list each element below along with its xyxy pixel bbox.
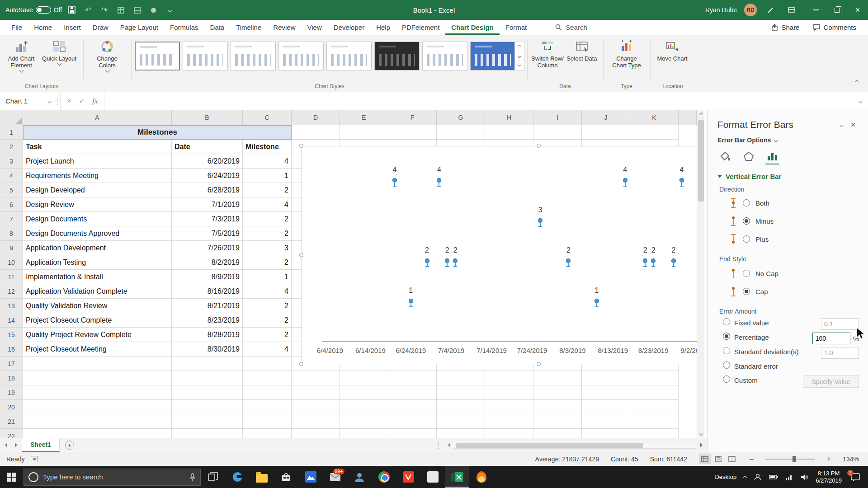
chart-x-axis[interactable] [322,341,697,342]
vertical-scroll-thumb[interactable] [698,120,704,202]
move-chart-button[interactable]: Move Chart [655,37,690,81]
cell[interactable] [437,429,485,438]
chart-point-label[interactable]: 2 [671,246,675,254]
tab-pdfelement[interactable]: PDFelement [396,20,445,35]
cell[interactable] [437,125,485,140]
chart-point-label[interactable]: 4 [679,166,684,174]
page-break-view-icon[interactable] [726,454,738,464]
chrome-icon[interactable] [372,466,396,488]
cell[interactable] [582,371,630,385]
cancel-icon[interactable]: × [67,96,72,106]
cell[interactable] [243,414,292,429]
direction-option-plus[interactable]: Plus [717,230,859,248]
restore-button[interactable] [826,0,847,20]
chart-point-marker[interactable] [425,258,429,263]
cell[interactable] [172,429,243,438]
gallery-up-button[interactable] [515,42,524,52]
cell-task[interactable]: Quality Project Review Complete [23,328,172,342]
formula-bar-expand-icon[interactable] [853,92,868,110]
tab-page-layout[interactable]: Page Layout [114,20,164,35]
row-header-3[interactable]: 3 [0,154,23,169]
error-amount-option-custom[interactable]: CustomSpecify Value [717,374,859,389]
start-button[interactable] [0,466,24,488]
cell-task[interactable]: Design Review [23,197,172,212]
share-button[interactable]: Share [771,23,799,31]
chart-point-marker[interactable] [538,218,542,223]
edge-icon[interactable] [225,466,250,488]
cell-task[interactable]: Quality Validation Review [23,299,172,313]
chart-handle[interactable] [299,144,303,148]
cell[interactable] [582,414,630,429]
cell-milestone[interactable]: 2 [243,226,292,241]
cell[interactable] [292,429,340,438]
column-header-f[interactable]: F [388,110,437,125]
add-sheet-button[interactable]: + [65,441,74,450]
cell[interactable] [533,371,582,385]
column-header-a[interactable]: A [23,110,172,125]
chart-point-label[interactable]: 1 [409,286,413,295]
panel-close-icon[interactable]: × [847,120,859,130]
row-header-7[interactable]: 7 [0,212,23,226]
desktop-toolbar-label[interactable]: Desktop [715,474,736,480]
cell[interactable] [630,125,679,140]
chart-style-2[interactable] [183,42,228,70]
cell[interactable] [243,357,292,371]
chart-point-marker[interactable] [437,178,441,183]
cell[interactable] [437,385,485,400]
cell[interactable] [243,400,292,414]
tell-me-search[interactable]: Search [555,23,587,31]
grid-tool-button[interactable] [131,4,143,16]
people-app-icon[interactable] [347,466,372,488]
chart-point-marker[interactable] [643,258,647,263]
excel-taskbar-icon[interactable] [445,466,469,488]
chart-point-label[interactable]: 4 [623,166,627,174]
qat-customize-button[interactable] [163,4,176,16]
scroll-up-icon[interactable] [697,110,705,118]
cell[interactable] [533,414,582,429]
chart-point-marker[interactable] [445,258,449,263]
cell[interactable] [243,385,292,400]
cell-milestone[interactable]: 4 [243,197,292,212]
cell-date[interactable]: 8/23/2019 [172,313,243,328]
chart-handle[interactable] [299,362,303,366]
column-header-e[interactable]: E [340,110,388,125]
chart-point-label[interactable]: 2 [566,246,571,254]
standard-deviation-s-input[interactable] [821,347,859,359]
column-header-g[interactable]: G [437,110,485,125]
direction-option-both[interactable]: Both [717,194,859,212]
status-count[interactable]: Count: 45 [611,455,638,463]
cell[interactable] [23,414,172,429]
cell-task[interactable]: Project Closeout Meeting [23,342,172,357]
cell-task[interactable]: Project Launch [23,154,172,169]
ribbon-display-options-icon[interactable] [785,3,798,17]
task-view-button[interactable] [201,466,225,488]
chart-style-4[interactable] [278,42,324,70]
cell[interactable] [533,429,582,438]
chart-point-marker[interactable] [453,258,458,263]
chart-point-label[interactable]: 2 [445,246,449,254]
cell-milestone[interactable]: 4 [243,342,292,357]
store-icon[interactable] [274,466,298,488]
cell-milestone[interactable]: 2 [243,255,292,270]
chart-point-marker[interactable] [623,178,627,183]
file-explorer-icon[interactable] [250,466,274,488]
page-layout-view-icon[interactable] [712,454,724,464]
chart-point-label[interactable]: 2 [651,246,656,254]
cell[interactable] [533,400,582,414]
cell-date[interactable]: 7/26/2019 [172,241,243,255]
x-axis-tick-label[interactable]: 7/14/2019 [476,347,507,354]
cell-date[interactable]: 6/20/2019 [172,154,243,169]
cell-milestone[interactable]: 4 [243,154,292,169]
cell-milestone[interactable]: 2 [243,328,292,342]
column-header-d[interactable]: D [292,110,340,125]
network-icon[interactable] [785,474,793,480]
cell-date[interactable]: 8/30/2019 [172,342,243,357]
formula-input[interactable] [104,92,853,110]
cell[interactable] [485,429,533,438]
cell-header-milestone[interactable]: Milestone [243,140,292,154]
tab-view[interactable]: View [302,20,328,35]
save-button[interactable] [66,4,78,16]
record-macro-button[interactable] [147,4,160,16]
cell[interactable] [243,429,292,438]
photos-app-icon[interactable] [298,466,323,488]
